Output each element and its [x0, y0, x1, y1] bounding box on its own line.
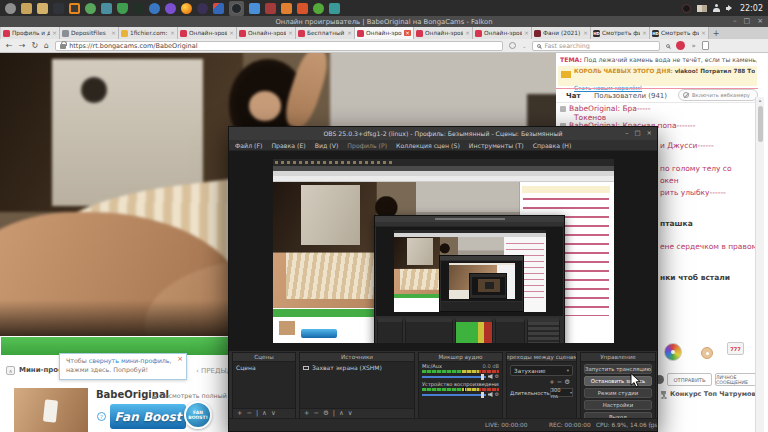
scenes-panel-title[interactable]: Сцены	[233, 353, 295, 362]
slider-track[interactable]	[422, 394, 486, 396]
forward-button[interactable]: →	[19, 42, 26, 50]
resize-grip[interactable]	[649, 423, 655, 429]
menu-scene-collection[interactable]: Коллекция сцен (S)	[396, 142, 460, 149]
tab-close-icon[interactable]: ×	[701, 30, 706, 36]
url-text[interactable]: https://rt.bongacams.com/BabeOriginal	[69, 42, 197, 50]
maximize-button[interactable]: □	[744, 18, 751, 25]
slot-777-icon[interactable]: 777	[727, 342, 744, 355]
scene-list-item[interactable]: Сцена	[233, 362, 295, 373]
file-manager-icon[interactable]	[21, 3, 32, 14]
spinner-icon[interactable]: ▾	[570, 390, 572, 395]
tab-close-icon[interactable]: ×	[583, 30, 588, 36]
download-manager-icon[interactable]	[297, 3, 308, 14]
slider-track[interactable]	[422, 376, 486, 378]
tab-chat[interactable]: Чат	[566, 92, 580, 100]
new-tab-button[interactable]: +	[709, 27, 723, 39]
transitions-panel-title[interactable]: Переходы между сценами	[507, 353, 576, 362]
backup-tool-icon[interactable]	[101, 3, 112, 14]
search-icon[interactable]	[666, 44, 670, 48]
menu-view[interactable]: Вид (V)	[315, 142, 339, 149]
image-viewer-icon[interactable]	[281, 3, 292, 14]
donut-game-icon[interactable]	[701, 347, 713, 359]
move-down-button[interactable]: ∨	[348, 410, 353, 417]
browser-tab-active[interactable]: Онлайн-эрови...×	[355, 27, 414, 39]
browser-tab[interactable]: Онлайн-эрови...×	[237, 27, 296, 39]
planetarium-icon[interactable]	[197, 3, 208, 14]
tooltip-link[interactable]: свернуть мини-профиль	[89, 357, 170, 364]
webcam-app-icon[interactable]	[329, 3, 340, 14]
browser-tab[interactable]: HDСмотреть фил...×	[591, 27, 650, 39]
home-button[interactable]: ⌂	[44, 42, 49, 50]
gear-icon[interactable]: ⚙	[495, 374, 499, 379]
mint-menu-icon[interactable]	[5, 3, 16, 14]
tab-close-icon[interactable]: ×	[52, 30, 57, 36]
tab-users[interactable]: Пользователи (941)	[594, 92, 667, 100]
remove-source-button[interactable]: −	[313, 410, 318, 417]
volume-icon[interactable]	[726, 4, 734, 12]
add-transition-button[interactable]: +	[549, 378, 556, 386]
tab-close-icon[interactable]: ×	[642, 30, 647, 36]
transition-properties-button[interactable]: ⚙	[564, 378, 572, 386]
tooltip-close-icon[interactable]: ×	[177, 355, 183, 365]
collapse-mini-profile-icon[interactable]: ∧	[6, 366, 15, 375]
source-properties-button[interactable]: ⚙	[323, 410, 329, 417]
volume-slider[interactable]: ⚙	[422, 391, 499, 398]
file-manager-open-icon[interactable]	[37, 3, 48, 14]
chat-scrollbar[interactable]: ▴	[755, 97, 764, 432]
tab-close-icon[interactable]: ×	[404, 30, 411, 36]
move-up-button[interactable]: ∧	[339, 410, 344, 417]
sources-panel-title[interactable]: Источники	[300, 353, 414, 362]
browser-titlebar[interactable]: Онлайн проигрыватель | BabeOriginal на B…	[0, 16, 768, 27]
password-manager-icon[interactable]	[313, 3, 324, 14]
transition-select[interactable]: Затухание▾	[510, 365, 573, 376]
tab-close-icon[interactable]: ×	[111, 30, 116, 36]
studio-mode-button[interactable]: Режим студии	[584, 388, 652, 398]
chevron-down-icon[interactable]: ⌄	[522, 43, 526, 49]
obs-preview-canvas[interactable]	[229, 151, 657, 351]
firefox-icon[interactable]	[181, 3, 192, 14]
duration-spinbox[interactable]: 300 ms▾	[550, 388, 573, 397]
browser-tab[interactable]: Профиль и да...×	[1, 27, 60, 39]
minimize-button[interactable]: –	[733, 18, 737, 25]
enable-webcam-button[interactable]: Включить вебкамеру	[678, 89, 758, 101]
obs-tray-icon[interactable]	[682, 4, 691, 13]
terminal-icon[interactable]	[53, 3, 64, 14]
search-input[interactable]: Fast searching	[532, 41, 660, 51]
add-source-button[interactable]: +	[304, 410, 309, 417]
falkon-icon[interactable]	[213, 3, 224, 14]
minimize-button[interactable]: –	[625, 130, 628, 137]
site-logo-icon[interactable]	[676, 41, 685, 50]
contest-link[interactable]: Конкурс Топ Чатрумов	[660, 390, 756, 398]
site-icon[interactable]	[509, 42, 516, 49]
browser-tab[interactable]: DepositFiles×	[60, 27, 119, 39]
browser-tab[interactable]: Онлайн-эрови...×	[473, 27, 532, 39]
keyboard-layout-icon[interactable]	[697, 5, 707, 12]
maximize-button[interactable]: □	[634, 130, 640, 137]
tab-close-icon[interactable]: ×	[347, 30, 352, 36]
mixer-panel-title[interactable]: Микшер аудио	[419, 353, 502, 362]
web-browser-icon[interactable]	[149, 3, 160, 14]
tab-close-icon[interactable]: ×	[524, 30, 529, 36]
reload-button[interactable]: ↻	[31, 42, 38, 50]
close-button[interactable]: ×	[757, 18, 763, 25]
move-up-button[interactable]: ∧	[262, 410, 267, 417]
firewall-icon[interactable]	[117, 3, 128, 14]
browser-tab[interactable]: Бесплатный з...×	[296, 27, 355, 39]
settings-button[interactable]: Настройки	[584, 400, 652, 410]
controls-panel-title[interactable]: Управление	[581, 353, 655, 362]
obs-titlebar[interactable]: OBS 25.0.3+dfsg1-2 (linux) - Профиль: Бе…	[229, 127, 657, 140]
network-icon[interactable]	[713, 4, 720, 12]
fortune-wheel-icon[interactable]	[664, 343, 682, 361]
gear-icon[interactable]: ⚙	[495, 392, 499, 397]
menu-profile[interactable]: Профиль (P)	[347, 142, 387, 149]
fan-boost-badge[interactable]: FAN BOOST!	[184, 401, 212, 429]
browser-tab[interactable]: HDСмотреть фил...×	[650, 27, 709, 39]
tab-close-icon[interactable]: ×	[465, 30, 470, 36]
menu-edit[interactable]: Правка (E)	[271, 142, 305, 149]
scroll-up-icon[interactable]: ▴	[756, 97, 764, 104]
toolbar-overflow-icon[interactable]: »	[691, 42, 695, 50]
speaker-icon[interactable]	[488, 392, 493, 397]
url-bar[interactable]: https://rt.bongacams.com/BabeOriginal	[55, 41, 503, 51]
menu-help[interactable]: Справка (H)	[533, 142, 572, 149]
back-button[interactable]: ←	[6, 42, 13, 50]
